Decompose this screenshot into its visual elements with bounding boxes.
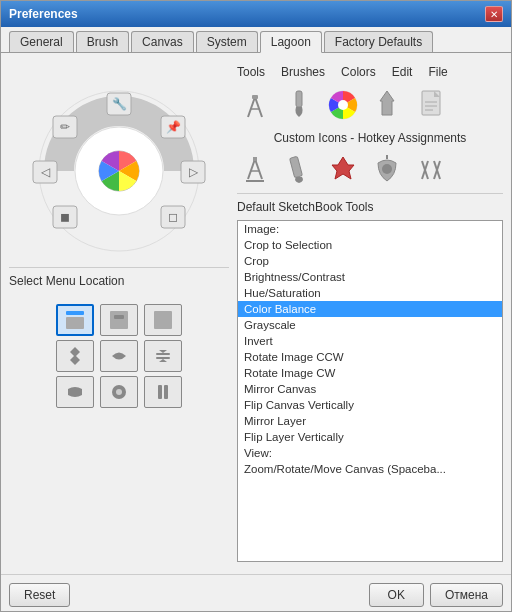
list-item[interactable]: Crop to Selection [238, 237, 502, 253]
toolbar-brushes[interactable]: Brushes [281, 65, 325, 79]
svg-text:🔧: 🔧 [112, 96, 127, 111]
toolbar-edit[interactable]: Edit [392, 65, 413, 79]
list-item[interactable]: Color Balance [238, 301, 502, 317]
tab-system[interactable]: System [196, 31, 258, 52]
svg-line-41 [255, 159, 262, 179]
tab-factory-defaults[interactable]: Factory Defaults [324, 31, 433, 52]
right-panel: Tools Brushes Colors Edit File [237, 61, 503, 562]
svg-point-46 [382, 164, 392, 174]
list-item[interactable]: Image: [238, 221, 502, 237]
list-item[interactable]: Mirror Layer [238, 413, 502, 429]
icon-custom-3[interactable] [325, 151, 361, 187]
icon-brushes[interactable] [281, 87, 317, 123]
diagram-position-top-center[interactable] [100, 304, 138, 336]
bottom-icons-row [237, 151, 503, 187]
diagram-row-3 [56, 376, 182, 408]
svg-rect-20 [114, 315, 124, 319]
icon-custom-5[interactable] [413, 151, 449, 187]
left-panel: 🔧 📌 ▷ ◻ ✏ [9, 61, 229, 562]
tab-brush[interactable]: Brush [76, 31, 129, 52]
title-controls: ✕ [485, 6, 503, 22]
diagram-position-mid-left[interactable] [56, 340, 94, 372]
list-item[interactable]: View: [238, 445, 502, 461]
toolbar-tools[interactable]: Tools [237, 65, 265, 79]
list-item[interactable]: Grayscale [238, 317, 502, 333]
bottom-bar: Reset OK Отмена [1, 574, 511, 611]
svg-line-29 [255, 97, 262, 117]
svg-text:📌: 📌 [166, 119, 181, 134]
svg-text:▷: ▷ [189, 165, 199, 179]
svg-marker-35 [380, 91, 394, 115]
preferences-window: Preferences ✕ General Brush Canvas Syste… [0, 0, 512, 612]
svg-rect-21 [154, 311, 172, 329]
icon-custom-4[interactable] [369, 151, 405, 187]
right-buttons: OK Отмена [369, 583, 503, 607]
list-item[interactable]: Brightness/Contrast [238, 269, 502, 285]
diagram-position-bottom-center[interactable] [100, 376, 138, 408]
list-item[interactable]: Mirror Canvas [238, 381, 502, 397]
cancel-button[interactable]: Отмена [430, 583, 503, 607]
tools-listbox[interactable]: Image: Crop to Selection Crop Brightness… [237, 220, 503, 562]
icon-custom-2[interactable] [281, 151, 317, 187]
lagoon-wheel-svg: 🔧 📌 ▷ ◻ ✏ [19, 61, 219, 261]
diagram-position-bottom-right[interactable] [144, 376, 182, 408]
diagram-position-mid-center[interactable] [100, 340, 138, 372]
svg-rect-26 [158, 385, 162, 399]
diagram-position-bottom-left[interactable] [56, 376, 94, 408]
right-separator [237, 193, 503, 194]
svg-rect-17 [66, 311, 84, 315]
diagram-row-2 [56, 340, 182, 372]
custom-icons-label: Custom Icons - Hotkey Assignments [237, 131, 503, 145]
default-tools-title: Default SketchBook Tools [237, 200, 503, 214]
svg-text:◻: ◻ [168, 210, 178, 224]
content-area: 🔧 📌 ▷ ◻ ✏ [1, 53, 511, 570]
icon-custom-1[interactable] [237, 151, 273, 187]
main-area: 🔧 📌 ▷ ◻ ✏ [9, 61, 503, 562]
tab-bar: General Brush Canvas System Lagoon Facto… [1, 27, 511, 53]
diagram-position-top-left[interactable] [56, 304, 94, 336]
svg-rect-44 [290, 156, 303, 177]
list-item[interactable]: Hue/Saturation [238, 285, 502, 301]
icon-tools[interactable] [237, 87, 273, 123]
list-item[interactable]: Flip Layer Vertically [238, 429, 502, 445]
svg-rect-31 [252, 95, 258, 99]
list-item[interactable]: Rotate Image CCW [238, 349, 502, 365]
tab-lagoon[interactable]: Lagoon [260, 31, 322, 53]
ok-button[interactable]: OK [369, 583, 424, 607]
icon-colors[interactable] [325, 87, 361, 123]
menu-location-diagram [9, 304, 229, 408]
window-title: Preferences [9, 7, 78, 21]
tab-general[interactable]: General [9, 31, 74, 52]
svg-line-28 [248, 97, 255, 117]
top-icons-row [237, 87, 503, 123]
diagram-position-mid-right[interactable] [144, 340, 182, 372]
list-item[interactable]: Crop [238, 253, 502, 269]
tab-canvas[interactable]: Canvas [131, 31, 194, 52]
icon-edit[interactable] [369, 87, 405, 123]
list-item[interactable]: Flip Canvas Vertically [238, 397, 502, 413]
svg-rect-27 [164, 385, 168, 399]
svg-line-40 [248, 159, 255, 179]
toolbar-file[interactable]: File [428, 65, 447, 79]
list-item[interactable]: Invert [238, 333, 502, 349]
svg-rect-19 [110, 311, 128, 329]
reset-button[interactable]: Reset [9, 583, 70, 607]
svg-text:✏: ✏ [60, 120, 70, 134]
toolbar-colors[interactable]: Colors [341, 65, 376, 79]
svg-rect-22 [156, 353, 170, 355]
wheel-container: 🔧 📌 ▷ ◻ ✏ [9, 61, 229, 261]
svg-text:◼: ◼ [60, 210, 70, 224]
svg-point-34 [338, 100, 348, 110]
icon-file[interactable] [413, 87, 449, 123]
close-button[interactable]: ✕ [485, 6, 503, 22]
list-item[interactable]: Rotate Image CW [238, 365, 502, 381]
diagram-position-top-right[interactable] [144, 304, 182, 336]
diagram-row-1 [56, 304, 182, 336]
select-menu-location-title: Select Menu Location [9, 274, 229, 288]
svg-point-25 [116, 389, 122, 395]
svg-rect-32 [296, 91, 302, 107]
icon-toolbar: Tools Brushes Colors Edit File [237, 61, 503, 83]
title-bar: Preferences ✕ [1, 1, 511, 27]
list-item[interactable]: Zoom/Rotate/Move Canvas (Spaceba... [238, 461, 502, 477]
separator [9, 267, 229, 268]
